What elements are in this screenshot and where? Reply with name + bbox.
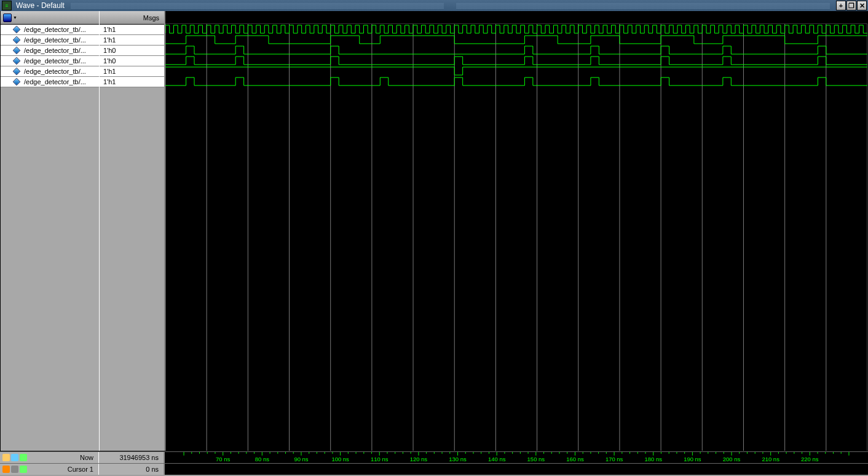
svg-text:90 ns: 90 ns	[294, 456, 308, 462]
now-row: Now	[0, 452, 98, 463]
svg-text:120 ns: 120 ns	[410, 456, 428, 462]
cursor-value-cell: 0 ns	[98, 464, 164, 475]
signal-value-row[interactable]: 1'h1	[100, 25, 164, 35]
svg-text:80 ns: 80 ns	[255, 456, 269, 462]
signal-name-row[interactable]: /edge_detector_tb/...	[1, 25, 99, 35]
dropdown-icon: ▼	[12, 15, 17, 20]
svg-text:130 ns: 130 ns	[449, 456, 467, 462]
signal-diamond-icon	[13, 47, 21, 55]
time-ruler[interactable]: 70 ns80 ns90 ns100 ns110 ns120 ns130 ns1…	[164, 452, 868, 463]
window-title: Wave - Default	[14, 1, 65, 10]
signal-name-row[interactable]: /edge_detector_tb/...	[1, 35, 99, 46]
now-value-cell: 31946953 ns	[98, 452, 164, 463]
signal-name: /edge_detector_tb/...	[24, 68, 86, 75]
signal-name: /edge_detector_tb/...	[24, 47, 86, 54]
svg-text:170 ns: 170 ns	[606, 456, 623, 462]
window-add-button[interactable]: +	[836, 1, 846, 10]
signal-value-row[interactable]: 1'h0	[100, 46, 164, 56]
add-marker-icon[interactable]	[20, 454, 27, 461]
now-value: 31946953 ns	[119, 454, 159, 461]
wave-icon	[3, 14, 12, 22]
svg-text:200 ns: 200 ns	[723, 456, 741, 462]
names-header[interactable]: ▼	[1, 11, 99, 25]
signal-value: 1'h1	[103, 36, 116, 44]
values-header: Msgs	[100, 11, 164, 25]
signal-value-row[interactable]: 1'h0	[100, 56, 164, 66]
svg-text:180 ns: 180 ns	[645, 456, 663, 462]
signal-value: 1'h1	[103, 68, 116, 75]
now-label: Now	[80, 454, 93, 461]
signal-names-column: ▼ /edge_detector_tb/.../edge_detector_tb…	[1, 11, 99, 451]
titlebar-stripe	[71, 2, 444, 9]
signal-value-row[interactable]: 1'h1	[100, 35, 164, 46]
svg-text:160 ns: 160 ns	[566, 456, 584, 462]
signal-name: /edge_detector_tb/...	[24, 26, 86, 33]
signal-value-row[interactable]: 1'h1	[100, 66, 164, 77]
window-close-button[interactable]: ✕	[857, 1, 867, 10]
signal-name: /edge_detector_tb/...	[24, 36, 86, 44]
signal-name: /edge_detector_tb/...	[24, 78, 86, 85]
cursor-label: Cursor 1	[68, 466, 93, 473]
svg-text:100 ns: 100 ns	[331, 456, 349, 462]
cursor-ruler[interactable]	[164, 464, 868, 475]
cursor-row[interactable]: Cursor 1	[0, 464, 98, 475]
svg-text:110 ns: 110 ns	[371, 456, 389, 462]
signal-value: 1'h0	[103, 57, 116, 65]
wave-header	[165, 11, 867, 24]
svg-text:190 ns: 190 ns	[684, 456, 701, 462]
svg-text:220 ns: 220 ns	[801, 456, 819, 462]
signal-name-row[interactable]: /edge_detector_tb/...	[1, 66, 99, 77]
marker-icon	[2, 454, 10, 461]
signal-diamond-icon	[13, 78, 21, 86]
app-icon: ≡	[2, 1, 12, 10]
signal-name: /edge_detector_tb/...	[24, 57, 86, 65]
wrench-icon	[11, 466, 18, 473]
wave-display[interactable]	[165, 24, 867, 451]
svg-text:140 ns: 140 ns	[488, 456, 506, 462]
signal-value: 1'h1	[103, 78, 116, 85]
waveform-column	[164, 11, 867, 451]
lock-icon	[2, 466, 10, 473]
svg-text:70 ns: 70 ns	[216, 456, 230, 462]
signal-value: 1'h1	[103, 26, 116, 33]
signal-name-row[interactable]: /edge_detector_tb/...	[1, 77, 99, 87]
svg-text:150 ns: 150 ns	[527, 456, 545, 462]
signal-values-column: Msgs 1'h11'h11'h01'h01'h11'h1	[99, 11, 164, 451]
cursor-value: 0 ns	[146, 466, 159, 473]
signal-name-row[interactable]: /edge_detector_tb/...	[1, 46, 99, 56]
signal-value-row[interactable]: 1'h1	[100, 77, 164, 87]
values-header-label: Msgs	[143, 14, 159, 22]
signal-diamond-icon	[13, 57, 21, 65]
titlebar-stripe	[456, 2, 830, 9]
signal-name-row[interactable]: /edge_detector_tb/...	[1, 56, 99, 66]
add-cursor-icon[interactable]	[20, 466, 27, 473]
signal-diamond-icon	[13, 68, 21, 76]
signal-diamond-icon	[13, 26, 21, 34]
svg-text:210 ns: 210 ns	[762, 456, 779, 462]
marker-icon	[11, 454, 18, 461]
signal-diamond-icon	[13, 36, 21, 44]
window-maximize-button[interactable]: ❐	[846, 1, 856, 10]
signal-value: 1'h0	[103, 47, 116, 54]
